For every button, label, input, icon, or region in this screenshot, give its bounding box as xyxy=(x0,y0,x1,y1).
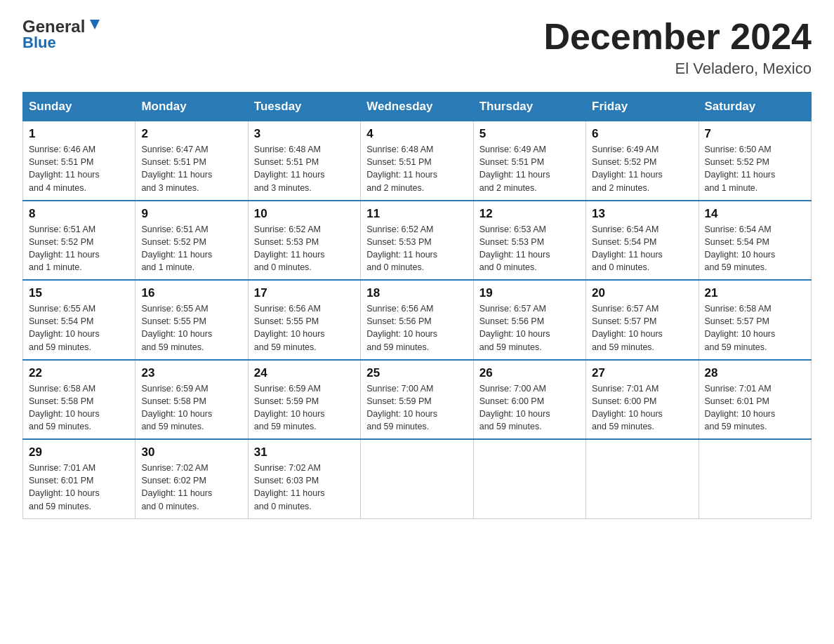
calendar-week-row: 8Sunrise: 6:51 AM Sunset: 5:52 PM Daylig… xyxy=(23,201,812,281)
day-number: 8 xyxy=(29,207,129,221)
logo-arrow-icon xyxy=(87,17,102,36)
day-number: 30 xyxy=(141,445,241,459)
day-info: Sunrise: 6:59 AM Sunset: 5:58 PM Dayligh… xyxy=(141,384,212,431)
day-number: 16 xyxy=(141,286,241,300)
day-info: Sunrise: 6:58 AM Sunset: 5:58 PM Dayligh… xyxy=(29,384,100,431)
calendar-week-row: 15Sunrise: 6:55 AM Sunset: 5:54 PM Dayli… xyxy=(23,280,812,360)
day-info: Sunrise: 6:49 AM Sunset: 5:51 PM Dayligh… xyxy=(479,145,550,192)
calendar-cell: 2Sunrise: 6:47 AM Sunset: 5:51 PM Daylig… xyxy=(135,121,248,201)
day-number: 12 xyxy=(479,207,580,221)
calendar-cell xyxy=(473,439,585,518)
logo-blue-text: Blue xyxy=(22,34,56,52)
day-info: Sunrise: 7:00 AM Sunset: 6:00 PM Dayligh… xyxy=(479,384,550,431)
calendar-cell: 18Sunrise: 6:56 AM Sunset: 5:56 PM Dayli… xyxy=(361,280,473,360)
day-number: 3 xyxy=(254,127,355,141)
day-info: Sunrise: 7:02 AM Sunset: 6:02 PM Dayligh… xyxy=(141,463,212,511)
column-header-monday: Monday xyxy=(135,93,248,121)
calendar-cell: 7Sunrise: 6:50 AM Sunset: 5:52 PM Daylig… xyxy=(699,121,811,201)
day-number: 29 xyxy=(29,445,129,459)
day-info: Sunrise: 6:54 AM Sunset: 5:54 PM Dayligh… xyxy=(705,224,776,272)
month-title: December 2024 xyxy=(543,17,812,57)
day-info: Sunrise: 7:02 AM Sunset: 6:03 PM Dayligh… xyxy=(254,463,325,511)
logo: General Blue xyxy=(22,17,102,52)
calendar-cell: 14Sunrise: 6:54 AM Sunset: 5:54 PM Dayli… xyxy=(699,201,811,281)
day-number: 7 xyxy=(705,127,805,141)
calendar-cell: 25Sunrise: 7:00 AM Sunset: 5:59 PM Dayli… xyxy=(361,360,473,440)
calendar-cell: 27Sunrise: 7:01 AM Sunset: 6:00 PM Dayli… xyxy=(586,360,699,440)
day-number: 23 xyxy=(141,366,241,380)
calendar-cell: 15Sunrise: 6:55 AM Sunset: 5:54 PM Dayli… xyxy=(23,280,135,360)
day-number: 18 xyxy=(366,286,467,300)
calendar-cell: 20Sunrise: 6:57 AM Sunset: 5:57 PM Dayli… xyxy=(586,280,699,360)
day-number: 20 xyxy=(592,286,692,300)
calendar-cell: 4Sunrise: 6:48 AM Sunset: 5:51 PM Daylig… xyxy=(361,121,473,201)
day-info: Sunrise: 6:59 AM Sunset: 5:59 PM Dayligh… xyxy=(254,384,325,431)
title-area: December 2024 El Veladero, Mexico xyxy=(543,17,812,78)
column-header-tuesday: Tuesday xyxy=(248,93,360,121)
day-number: 25 xyxy=(366,366,467,380)
day-info: Sunrise: 6:48 AM Sunset: 5:51 PM Dayligh… xyxy=(254,145,325,192)
calendar-cell: 10Sunrise: 6:52 AM Sunset: 5:53 PM Dayli… xyxy=(248,201,360,281)
day-info: Sunrise: 6:51 AM Sunset: 5:52 PM Dayligh… xyxy=(141,224,212,272)
column-header-thursday: Thursday xyxy=(473,93,585,121)
column-header-saturday: Saturday xyxy=(699,93,811,121)
day-number: 13 xyxy=(592,207,692,221)
day-number: 1 xyxy=(29,127,129,141)
calendar-week-row: 22Sunrise: 6:58 AM Sunset: 5:58 PM Dayli… xyxy=(23,360,812,440)
calendar-cell: 29Sunrise: 7:01 AM Sunset: 6:01 PM Dayli… xyxy=(23,439,135,518)
day-info: Sunrise: 7:01 AM Sunset: 6:00 PM Dayligh… xyxy=(592,384,663,431)
location-title: El Veladero, Mexico xyxy=(543,60,812,78)
day-number: 28 xyxy=(705,366,805,380)
day-info: Sunrise: 6:50 AM Sunset: 5:52 PM Dayligh… xyxy=(705,145,776,192)
calendar-cell: 8Sunrise: 6:51 AM Sunset: 5:52 PM Daylig… xyxy=(23,201,135,281)
day-info: Sunrise: 6:49 AM Sunset: 5:52 PM Dayligh… xyxy=(592,145,663,192)
day-number: 9 xyxy=(141,207,241,221)
calendar-week-row: 1Sunrise: 6:46 AM Sunset: 5:51 PM Daylig… xyxy=(23,121,812,201)
day-number: 19 xyxy=(479,286,580,300)
calendar-cell: 21Sunrise: 6:58 AM Sunset: 5:57 PM Dayli… xyxy=(699,280,811,360)
day-number: 11 xyxy=(366,207,467,221)
day-info: Sunrise: 6:48 AM Sunset: 5:51 PM Dayligh… xyxy=(366,145,437,192)
day-number: 22 xyxy=(29,366,129,380)
day-info: Sunrise: 6:47 AM Sunset: 5:51 PM Dayligh… xyxy=(141,145,212,192)
calendar-cell: 19Sunrise: 6:57 AM Sunset: 5:56 PM Dayli… xyxy=(473,280,585,360)
calendar-cell: 12Sunrise: 6:53 AM Sunset: 5:53 PM Dayli… xyxy=(473,201,585,281)
day-number: 4 xyxy=(366,127,467,141)
column-header-wednesday: Wednesday xyxy=(361,93,473,121)
day-info: Sunrise: 6:57 AM Sunset: 5:56 PM Dayligh… xyxy=(479,304,550,351)
day-info: Sunrise: 6:56 AM Sunset: 5:56 PM Dayligh… xyxy=(366,304,437,351)
calendar-cell: 1Sunrise: 6:46 AM Sunset: 5:51 PM Daylig… xyxy=(23,121,135,201)
day-number: 15 xyxy=(29,286,129,300)
column-header-friday: Friday xyxy=(586,93,699,121)
day-info: Sunrise: 6:58 AM Sunset: 5:57 PM Dayligh… xyxy=(705,304,776,351)
calendar-cell: 16Sunrise: 6:55 AM Sunset: 5:55 PM Dayli… xyxy=(135,280,248,360)
calendar-cell: 30Sunrise: 7:02 AM Sunset: 6:02 PM Dayli… xyxy=(135,439,248,518)
day-info: Sunrise: 6:54 AM Sunset: 5:54 PM Dayligh… xyxy=(592,224,663,272)
day-info: Sunrise: 6:53 AM Sunset: 5:53 PM Dayligh… xyxy=(479,224,550,272)
calendar-table: SundayMondayTuesdayWednesdayThursdayFrid… xyxy=(22,92,812,519)
day-number: 24 xyxy=(254,366,355,380)
page-header: General Blue December 2024 El Veladero, … xyxy=(22,17,812,78)
calendar-cell xyxy=(361,439,473,518)
calendar-cell xyxy=(586,439,699,518)
day-info: Sunrise: 7:01 AM Sunset: 6:01 PM Dayligh… xyxy=(29,463,100,511)
svg-marker-0 xyxy=(90,20,100,29)
day-info: Sunrise: 7:00 AM Sunset: 5:59 PM Dayligh… xyxy=(366,384,437,431)
calendar-cell: 6Sunrise: 6:49 AM Sunset: 5:52 PM Daylig… xyxy=(586,121,699,201)
calendar-cell: 13Sunrise: 6:54 AM Sunset: 5:54 PM Dayli… xyxy=(586,201,699,281)
day-info: Sunrise: 6:55 AM Sunset: 5:55 PM Dayligh… xyxy=(141,304,212,351)
calendar-cell: 3Sunrise: 6:48 AM Sunset: 5:51 PM Daylig… xyxy=(248,121,360,201)
day-number: 21 xyxy=(705,286,805,300)
calendar-cell: 22Sunrise: 6:58 AM Sunset: 5:58 PM Dayli… xyxy=(23,360,135,440)
day-info: Sunrise: 6:51 AM Sunset: 5:52 PM Dayligh… xyxy=(29,224,100,272)
calendar-cell xyxy=(699,439,811,518)
day-info: Sunrise: 6:56 AM Sunset: 5:55 PM Dayligh… xyxy=(254,304,325,351)
day-info: Sunrise: 6:52 AM Sunset: 5:53 PM Dayligh… xyxy=(366,224,437,272)
calendar-cell: 26Sunrise: 7:00 AM Sunset: 6:00 PM Dayli… xyxy=(473,360,585,440)
day-number: 10 xyxy=(254,207,355,221)
day-info: Sunrise: 6:52 AM Sunset: 5:53 PM Dayligh… xyxy=(254,224,325,272)
calendar-cell: 5Sunrise: 6:49 AM Sunset: 5:51 PM Daylig… xyxy=(473,121,585,201)
calendar-cell: 9Sunrise: 6:51 AM Sunset: 5:52 PM Daylig… xyxy=(135,201,248,281)
day-info: Sunrise: 6:57 AM Sunset: 5:57 PM Dayligh… xyxy=(592,304,663,351)
day-number: 27 xyxy=(592,366,692,380)
